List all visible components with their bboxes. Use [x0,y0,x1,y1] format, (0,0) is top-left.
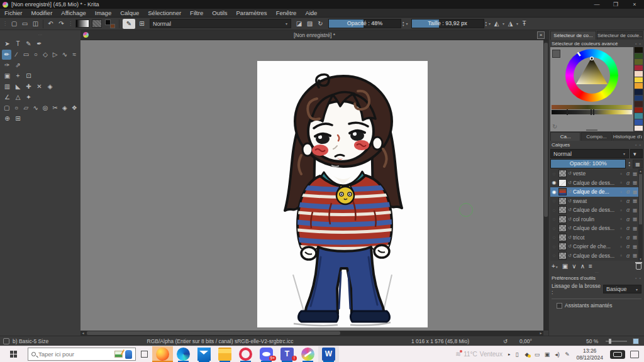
layer-lock-icon[interactable]: ▫ [618,244,624,250]
layer-lock-icon[interactable]: ▫ [618,198,624,204]
duplicate-layer-button[interactable]: ▣ [562,262,568,271]
menu-item[interactable]: Paramètres [232,9,272,18]
docker-tab[interactable]: Ca... [550,132,580,141]
color-swatch[interactable] [635,83,643,89]
tool-bezier-curve[interactable]: ∿ [60,50,69,60]
tool-select-similar-color[interactable]: ◎ [41,103,50,113]
layer-row[interactable]: ◌ ↺ veste ▫ α ▦ [550,169,638,178]
docker-float-icons-2[interactable]: ▫ ▫ [635,143,641,147]
color-history-button[interactable] [552,50,560,58]
layer-list-scrollbar[interactable]: ▴ ▾ [638,169,643,261]
reload-preset-icon[interactable]: ↻ [315,19,326,29]
search-input[interactable] [38,351,112,358]
opacity-menu-icon[interactable]: ▾ [406,21,409,26]
menu-item[interactable]: Modifier [27,9,57,18]
menu-item[interactable]: Sélectionner [143,9,186,18]
taskbar-app-opera[interactable] [235,346,256,362]
tool-move[interactable]: + [13,71,23,81]
undo-icon[interactable]: ↶ [45,19,56,29]
tool-polygon[interactable]: ◇ [41,50,50,60]
saturation-triangle[interactable] [565,49,618,102]
layer-blend-icon[interactable]: ▦ [632,234,638,240]
taskbar-app-mail[interactable] [194,346,214,362]
tray-icon-pen[interactable]: ✎ [562,351,572,358]
layer-properties-button[interactable]: ≡ [589,262,592,271]
brush-preset-icon[interactable] [3,338,9,344]
tray-icon-shield[interactable]: ◆ [522,351,531,358]
color-swatch[interactable] [635,126,643,131]
color-swatch[interactable] [635,119,643,125]
tool-patch[interactable]: ✚ [23,82,34,92]
tool-calligraphy[interactable]: ✒ [34,39,45,49]
layer-inherit-alpha-icon[interactable]: ↺ [568,171,572,176]
taskbar-search[interactable] [28,348,136,361]
layer-blend-icon[interactable]: ▦ [632,207,638,213]
tool-dynamic-brush[interactable]: ✑ [2,60,13,70]
background-color[interactable] [110,24,115,28]
taskbar-app-word[interactable]: W [318,346,339,362]
new-document-icon[interactable]: ▢ [9,19,19,29]
tool-gradient[interactable]: ▥ [2,82,13,92]
layer-filter-button[interactable]: ▾ [630,149,643,158]
layer-opacity-slider[interactable]: Opacité: 100% [550,159,626,168]
layer-visibility-toggle[interactable]: ◌ [551,253,557,258]
color-swatch[interactable] [635,77,643,83]
tool-reference-images[interactable]: ✦ [23,92,34,102]
save-icon[interactable]: ◫ [30,19,41,29]
task-view-button[interactable] [136,346,152,362]
fit-canvas-icon[interactable] [633,338,639,344]
tool-text[interactable]: T [13,39,23,49]
open-document-icon[interactable]: ▭ [19,19,30,29]
docker-tab[interactable]: Compo... [581,132,611,141]
tray-icon-volume[interactable]: ◂) [552,351,562,358]
color-swatch[interactable] [635,59,643,65]
layer-alpha-icon[interactable]: α [625,253,631,259]
tool-rectangle[interactable]: ▭ [21,50,31,60]
docker-float-icons-3[interactable]: ▫ ▫ [635,276,641,280]
tool-select-contiguous[interactable]: ❖ [70,103,79,113]
layer-row[interactable]: ◌ ↺ tricot ▫ α ▦ [550,233,638,243]
pattern-preview[interactable] [92,19,102,28]
action-center-icon[interactable] [630,351,639,358]
taskbar-app-discord[interactable]: 9+ [256,346,277,362]
layer-lock-icon[interactable]: ▫ [618,216,624,222]
layer-alpha-icon[interactable]: α [625,180,631,186]
menu-item[interactable]: Outils [208,9,231,18]
color-swatch[interactable] [635,65,643,71]
layer-opacity-spinner[interactable]: ▴▾ [627,161,631,167]
document-close-icon[interactable]: × [537,31,545,39]
tool-select-magnetic[interactable]: ✂ [50,103,60,113]
canvas-vertical-scrollbar[interactable] [543,40,548,331]
color-swatch[interactable] [635,53,643,59]
layer-blend-icon[interactable]: ▦ [632,171,638,177]
layer-inherit-alpha-icon[interactable]: ↺ [568,189,572,194]
advanced-color-selector[interactable]: ↻ [550,47,633,131]
layer-visibility-toggle[interactable]: ◌ [551,207,557,213]
preserve-alpha-icon[interactable]: ▨ [304,19,315,29]
foreground-background-colors[interactable] [105,19,115,28]
color-swatch[interactable] [635,71,643,77]
layer-lock-icon[interactable]: ▫ [618,180,624,185]
scroll-left-icon[interactable]: ◂ [80,331,86,336]
tool-edit-shapes[interactable]: ✎ [23,39,34,49]
mirror-vertical-icon[interactable]: ◮ [505,19,516,29]
layer-alpha-icon[interactable]: α [625,189,631,195]
size-slider[interactable]: Taille : 93,92 px [411,19,484,28]
tool-fill[interactable]: ◈ [45,82,55,92]
delete-layer-button[interactable] [636,263,641,270]
eraser-mode-icon[interactable]: ◪ [294,19,304,29]
smoothing-select[interactable]: Basique ▾ [603,285,641,293]
layer-lock-icon[interactable]: ▫ [618,234,624,240]
tool-select-polygonal[interactable]: ▱ [21,103,31,113]
layer-alpha-icon[interactable]: α [625,243,631,250]
layer-inherit-alpha-icon[interactable]: ↺ [568,180,572,185]
layer-visibility-toggle[interactable]: ◌ [551,234,557,240]
layer-inherit-alpha-icon[interactable]: ↺ [568,235,572,240]
tab-color-selector[interactable]: Sélecteur de co... [550,31,596,40]
layer-row[interactable]: ◉ ↺ Calque de dess... ▫ α ▦ [550,178,638,188]
color-swatch[interactable] [635,107,643,113]
layer-visibility-toggle[interactable]: ◌ [551,244,557,250]
layer-alpha-icon[interactable]: α [625,198,631,204]
tab-color-selector-2[interactable]: Sélecteur de coule... [597,31,643,40]
tool-freehand-path[interactable]: ≈ [70,50,79,60]
